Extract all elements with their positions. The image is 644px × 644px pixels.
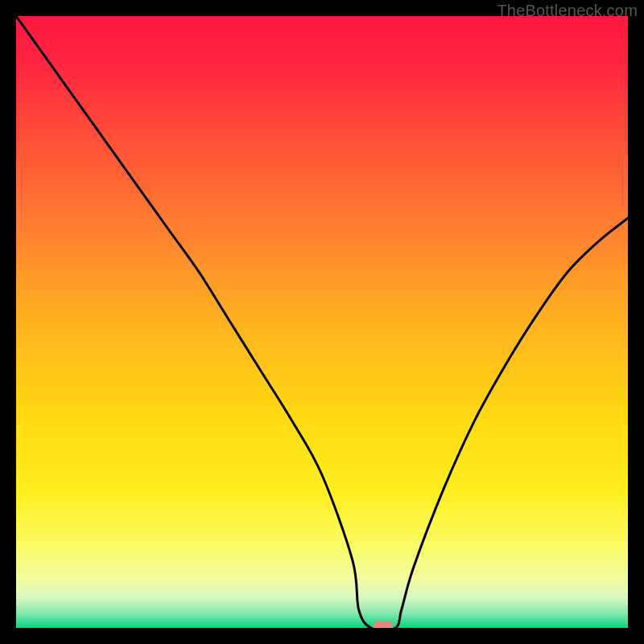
chart-svg: [16, 16, 628, 628]
watermark-text: TheBottleneck.com: [497, 2, 638, 20]
gradient-background: [16, 16, 628, 628]
optimum-marker: [374, 621, 393, 628]
plot-area: [16, 16, 628, 628]
chart-frame: TheBottleneck.com: [0, 0, 644, 644]
